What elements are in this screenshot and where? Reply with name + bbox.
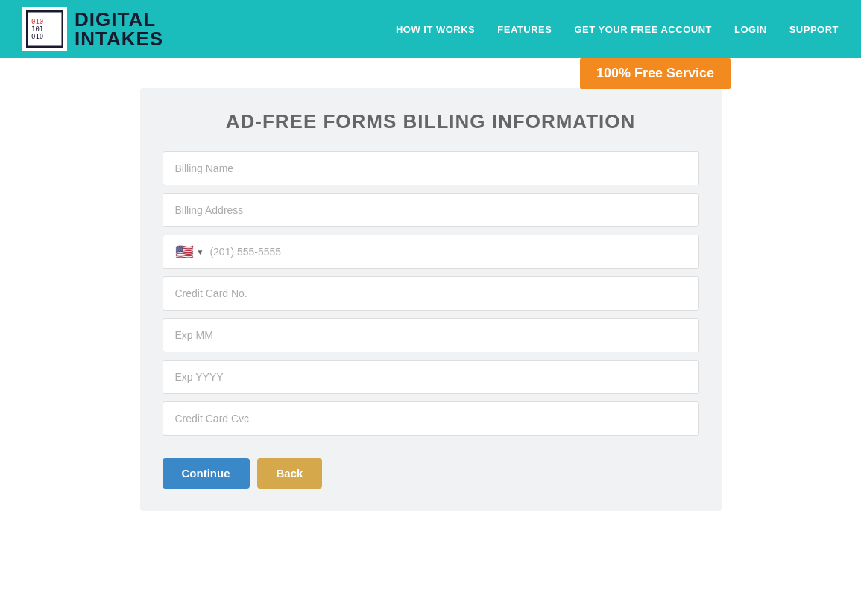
flag-caret-icon: ▼	[197, 248, 204, 256]
phone-row: 🇺🇸 ▼	[163, 235, 699, 269]
phone-flag-selector[interactable]: 🇺🇸 ▼	[175, 243, 204, 261]
logo-line1: DIGITAL	[75, 10, 163, 29]
logo-text: DIGITAL INTAKES	[75, 10, 163, 48]
form-title: AD-FREE FORMS BILLING INFORMATION	[163, 110, 699, 133]
logo-line2: INTAKES	[75, 29, 163, 48]
nav-support[interactable]: SUPPORT	[789, 24, 839, 35]
billing-address-input[interactable]	[163, 193, 699, 227]
nav-features[interactable]: FEATURES	[497, 24, 552, 35]
billing-form-card: AD-FREE FORMS BILLING INFORMATION 🇺🇸 ▼ C…	[140, 88, 722, 511]
nav-get-free-account[interactable]: GET YOUR FREE ACCOUNT	[574, 24, 712, 35]
billing-name-input[interactable]	[163, 151, 699, 185]
header: 010 101 010 DIGITAL INTAKES HOW IT WORKS…	[0, 0, 861, 58]
us-flag-icon: 🇺🇸	[175, 243, 194, 261]
logo-icon: 010 101 010	[22, 7, 67, 51]
main-content: AD-FREE FORMS BILLING INFORMATION 🇺🇸 ▼ C…	[0, 58, 861, 556]
free-service-badge: 100% Free Service	[580, 58, 731, 89]
form-fields: 🇺🇸 ▼ Continue Back	[163, 151, 699, 489]
svg-text:101: 101	[31, 25, 43, 33]
nav-how-it-works[interactable]: HOW IT WORKS	[396, 24, 475, 35]
exp-mm-input[interactable]	[163, 318, 699, 352]
credit-card-no-input[interactable]	[163, 276, 699, 311]
nav-login[interactable]: LOGIN	[734, 24, 767, 35]
svg-text:010: 010	[31, 33, 43, 40]
button-row: Continue Back	[163, 458, 699, 489]
main-nav: HOW IT WORKS FEATURES GET YOUR FREE ACCO…	[396, 24, 839, 35]
credit-card-cvc-input[interactable]	[163, 401, 699, 436]
continue-button[interactable]: Continue	[163, 458, 250, 489]
logo-link[interactable]: 010 101 010 DIGITAL INTAKES	[22, 7, 163, 51]
phone-input[interactable]	[209, 235, 686, 268]
exp-yyyy-input[interactable]	[163, 360, 699, 394]
back-button[interactable]: Back	[257, 458, 323, 489]
svg-text:010: 010	[31, 18, 43, 25]
